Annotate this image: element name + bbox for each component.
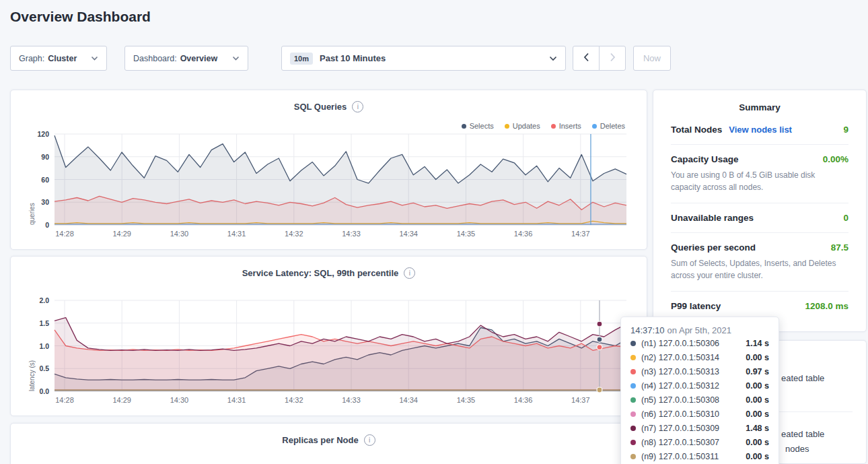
series-dot-icon [630,341,636,346]
legend-item-selects[interactable]: Selects [462,122,494,130]
series-dot-icon [462,124,466,129]
node-value: 0.00 s [746,353,769,362]
tooltip-row: (n7) 127.0.0.1:503091.48 s [630,422,769,434]
node-value: 0.00 s [746,381,769,391]
chart-title: Service Latency: SQL, 99th percentile [11,267,647,279]
summary-value: 0 [843,213,848,223]
dashboard-dropdown-label: Dashboard: [133,54,177,63]
legend-item-deletes[interactable]: Deletes [592,122,625,130]
summary-label: Capacity Usage [671,154,739,164]
summary-label: P99 latency [671,301,721,311]
summary-label: Total Nodes [671,125,722,135]
event-item[interactable]: eated table [781,429,824,439]
series-dot-icon [592,124,597,129]
node-label: (n5) 127.0.0.1:50308 [641,395,719,405]
legend-item-inserts[interactable]: Inserts [551,122,581,130]
time-range-badge: 10m [290,53,313,65]
legend-item-updates[interactable]: Updates [505,122,540,130]
summary-value: 0.00% [823,154,848,164]
time-next-button[interactable] [599,46,626,71]
chart-title: Replicas per Node [11,434,647,446]
summary-title: Summary [653,90,866,115]
tooltip-date: on Apr 5th, 2021 [667,325,731,335]
chart-title-text: SQL Queries [294,102,347,112]
summary-value: 87.5 [831,242,848,253]
view-nodes-list-link[interactable]: View nodes list [729,125,792,135]
time-prev-button[interactable] [573,46,600,71]
summary-panel: Summary Total Nodes View nodes list 9 Ca… [653,90,867,332]
chart-title-text: Service Latency: SQL, 99th percentile [242,268,399,278]
node-label: (n2) 127.0.0.1:50314 [641,353,719,362]
summary-label: Unavailable ranges [671,213,754,223]
series-dot-icon [630,355,636,360]
overview-dashboard-page: Overview Dashboard Graph: Cluster Dashbo… [0,0,868,464]
summary-row-total-nodes: Total Nodes View nodes list 9 [671,115,848,144]
summary-row-unavailable-ranges: Unavailable ranges 0 [671,203,848,232]
sql-queries-plot-area[interactable]: 030609012014:2814:2914:3014:3114:3214:33… [55,134,626,225]
node-label: (n8) 127.0.0.1:50307 [641,438,719,447]
tooltip-row: (n9) 127.0.0.1:503110.00 s [630,451,769,463]
node-label: (n1) 127.0.0.1:50306 [641,339,719,348]
series-dot-icon [630,369,636,374]
chevron-left-icon [583,53,589,64]
node-label: (n7) 127.0.0.1:50309 [641,424,719,433]
tooltip-time: 14:37:10 [630,325,665,335]
service-latency-plot-area[interactable]: 0.00.51.01.52.014:2814:2914:3014:3114:32… [55,300,626,391]
legend-label: Selects [470,122,494,130]
summary-row-queries-per-second: Queries per second 87.5 Sum of Selects, … [671,232,848,291]
chart-title: SQL Queries [11,101,647,112]
summary-description: Sum of Selects, Updates, Inserts, and De… [671,257,839,281]
now-button[interactable]: Now [633,46,671,71]
sql-queries-chart-card: SQL Queries Selects Updates Inserts Dele… [10,90,647,250]
node-label: (n4) 127.0.0.1:50312 [641,381,719,391]
graph-dropdown-label: Graph: [19,54,44,63]
replicas-per-node-chart-card: Replicas per Node [10,423,647,464]
dashboard-dropdown[interactable]: Dashboard: Overview [124,46,248,71]
series-dot-icon [630,411,636,417]
time-range-picker[interactable]: 10m Past 10 Minutes [281,46,566,71]
legend-label: Inserts [559,122,581,130]
summary-value: 1208.0 ms [805,301,848,311]
tooltip-row: (n6) 127.0.0.1:503100.00 s [630,408,769,420]
tooltip-row: (n8) 127.0.0.1:503070.00 s [630,436,769,449]
summary-row-capacity-usage: Capacity Usage 0.00% You are using 0 B o… [671,144,848,203]
node-value: 1.48 s [746,424,769,433]
series-dot-icon [630,383,636,389]
dashboard-dropdown-value: Overview [180,54,218,63]
info-icon[interactable] [404,267,415,279]
tooltip-row: (n3) 127.0.0.1:503130.97 s [630,366,769,378]
node-value: 0.00 s [746,452,769,461]
graph-dropdown-value: Cluster [48,54,77,63]
info-icon[interactable] [364,434,375,446]
node-value: 0.00 s [746,395,769,405]
node-value: 1.14 s [746,339,769,348]
summary-label: Queries per second [671,242,756,253]
graph-dropdown[interactable]: Graph: Cluster [10,46,107,71]
node-label: (n9) 127.0.0.1:50311 [641,452,719,461]
tooltip-row: (n4) 127.0.0.1:503120.00 s [630,380,769,392]
chevron-down-icon [84,56,98,61]
chevron-right-icon [610,53,616,64]
summary-value: 9 [843,125,848,135]
tooltip-row: (n1) 127.0.0.1:503061.14 s [630,337,769,350]
chart-hover-tooltip: 14:37:10on Apr 5th, 2021 (n1) 127.0.0.1:… [620,317,779,464]
info-icon[interactable] [352,101,363,112]
node-value: 0.00 s [746,438,769,447]
summary-description: You are using 0 B of 4.5 GiB usable disk… [671,169,839,193]
event-item[interactable]: eated table [781,373,824,383]
service-latency-chart-card: Service Latency: SQL, 99th percentile la… [10,256,647,416]
legend-label: Deletes [600,122,625,130]
page-title: Overview Dashboard [10,9,151,25]
chart-legend: Selects Updates Inserts Deletes [462,122,625,130]
series-dot-icon [505,124,509,129]
series-dot-icon [630,454,636,459]
series-dot-icon [630,426,636,431]
node-value: 0.97 s [746,367,769,376]
node-label: (n3) 127.0.0.1:50313 [641,367,719,376]
time-range-label: Past 10 Minutes [320,53,386,63]
tooltip-timestamp: 14:37:10on Apr 5th, 2021 [630,325,769,335]
event-item[interactable]: nodes [785,444,809,454]
chevron-down-icon [542,56,557,61]
tooltip-row: (n5) 127.0.0.1:503080.00 s [630,394,769,406]
chevron-down-icon [225,56,240,61]
